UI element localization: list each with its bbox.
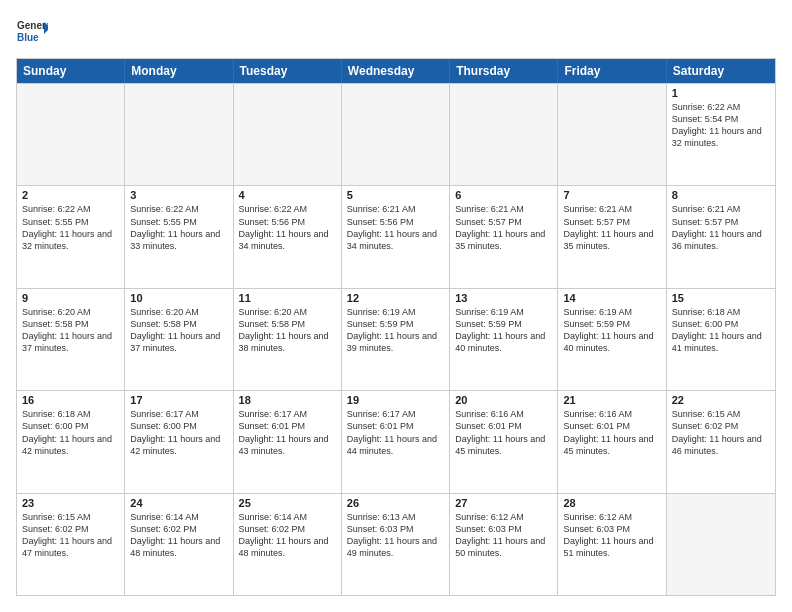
day-details: Sunrise: 6:14 AMSunset: 6:02 PMDaylight:…: [239, 511, 336, 560]
day-cell-21: 21Sunrise: 6:16 AMSunset: 6:01 PMDayligh…: [558, 391, 666, 492]
day-cell-12: 12Sunrise: 6:19 AMSunset: 5:59 PMDayligh…: [342, 289, 450, 390]
logo: General Blue: [16, 16, 48, 48]
day-cell-16: 16Sunrise: 6:18 AMSunset: 6:00 PMDayligh…: [17, 391, 125, 492]
day-number: 20: [455, 394, 552, 406]
day-number: 27: [455, 497, 552, 509]
day-cell-1: 1Sunrise: 6:22 AMSunset: 5:54 PMDaylight…: [667, 84, 775, 185]
calendar-body: 1Sunrise: 6:22 AMSunset: 5:54 PMDaylight…: [17, 83, 775, 595]
day-details: Sunrise: 6:15 AMSunset: 6:02 PMDaylight:…: [672, 408, 770, 457]
day-number: 25: [239, 497, 336, 509]
day-details: Sunrise: 6:21 AMSunset: 5:56 PMDaylight:…: [347, 203, 444, 252]
day-details: Sunrise: 6:12 AMSunset: 6:03 PMDaylight:…: [455, 511, 552, 560]
day-details: Sunrise: 6:19 AMSunset: 5:59 PMDaylight:…: [563, 306, 660, 355]
day-details: Sunrise: 6:22 AMSunset: 5:54 PMDaylight:…: [672, 101, 770, 150]
day-details: Sunrise: 6:18 AMSunset: 6:00 PMDaylight:…: [672, 306, 770, 355]
day-number: 7: [563, 189, 660, 201]
page: General Blue SundayMondayTuesdayWednesda…: [0, 0, 792, 612]
empty-cell: [17, 84, 125, 185]
empty-cell: [234, 84, 342, 185]
day-header-tuesday: Tuesday: [234, 59, 342, 83]
day-number: 17: [130, 394, 227, 406]
day-number: 10: [130, 292, 227, 304]
empty-cell: [450, 84, 558, 185]
week-row-3: 9Sunrise: 6:20 AMSunset: 5:58 PMDaylight…: [17, 288, 775, 390]
day-header-friday: Friday: [558, 59, 666, 83]
day-number: 22: [672, 394, 770, 406]
day-cell-8: 8Sunrise: 6:21 AMSunset: 5:57 PMDaylight…: [667, 186, 775, 287]
day-header-sunday: Sunday: [17, 59, 125, 83]
day-number: 5: [347, 189, 444, 201]
day-details: Sunrise: 6:21 AMSunset: 5:57 PMDaylight:…: [563, 203, 660, 252]
day-cell-7: 7Sunrise: 6:21 AMSunset: 5:57 PMDaylight…: [558, 186, 666, 287]
day-number: 1: [672, 87, 770, 99]
day-details: Sunrise: 6:20 AMSunset: 5:58 PMDaylight:…: [22, 306, 119, 355]
day-cell-14: 14Sunrise: 6:19 AMSunset: 5:59 PMDayligh…: [558, 289, 666, 390]
day-cell-9: 9Sunrise: 6:20 AMSunset: 5:58 PMDaylight…: [17, 289, 125, 390]
day-details: Sunrise: 6:21 AMSunset: 5:57 PMDaylight:…: [672, 203, 770, 252]
day-details: Sunrise: 6:17 AMSunset: 6:01 PMDaylight:…: [239, 408, 336, 457]
day-header-wednesday: Wednesday: [342, 59, 450, 83]
day-details: Sunrise: 6:22 AMSunset: 5:55 PMDaylight:…: [130, 203, 227, 252]
calendar-header: SundayMondayTuesdayWednesdayThursdayFrid…: [17, 59, 775, 83]
day-cell-15: 15Sunrise: 6:18 AMSunset: 6:00 PMDayligh…: [667, 289, 775, 390]
day-details: Sunrise: 6:21 AMSunset: 5:57 PMDaylight:…: [455, 203, 552, 252]
day-number: 12: [347, 292, 444, 304]
day-number: 4: [239, 189, 336, 201]
day-cell-18: 18Sunrise: 6:17 AMSunset: 6:01 PMDayligh…: [234, 391, 342, 492]
day-number: 3: [130, 189, 227, 201]
day-number: 28: [563, 497, 660, 509]
day-cell-2: 2Sunrise: 6:22 AMSunset: 5:55 PMDaylight…: [17, 186, 125, 287]
day-cell-17: 17Sunrise: 6:17 AMSunset: 6:00 PMDayligh…: [125, 391, 233, 492]
week-row-2: 2Sunrise: 6:22 AMSunset: 5:55 PMDaylight…: [17, 185, 775, 287]
day-details: Sunrise: 6:18 AMSunset: 6:00 PMDaylight:…: [22, 408, 119, 457]
day-number: 24: [130, 497, 227, 509]
day-details: Sunrise: 6:19 AMSunset: 5:59 PMDaylight:…: [347, 306, 444, 355]
day-cell-22: 22Sunrise: 6:15 AMSunset: 6:02 PMDayligh…: [667, 391, 775, 492]
day-details: Sunrise: 6:17 AMSunset: 6:01 PMDaylight:…: [347, 408, 444, 457]
day-cell-4: 4Sunrise: 6:22 AMSunset: 5:56 PMDaylight…: [234, 186, 342, 287]
day-cell-27: 27Sunrise: 6:12 AMSunset: 6:03 PMDayligh…: [450, 494, 558, 595]
day-details: Sunrise: 6:12 AMSunset: 6:03 PMDaylight:…: [563, 511, 660, 560]
day-details: Sunrise: 6:22 AMSunset: 5:56 PMDaylight:…: [239, 203, 336, 252]
day-number: 16: [22, 394, 119, 406]
day-header-thursday: Thursday: [450, 59, 558, 83]
header: General Blue: [16, 16, 776, 48]
day-cell-13: 13Sunrise: 6:19 AMSunset: 5:59 PMDayligh…: [450, 289, 558, 390]
day-details: Sunrise: 6:20 AMSunset: 5:58 PMDaylight:…: [239, 306, 336, 355]
day-details: Sunrise: 6:20 AMSunset: 5:58 PMDaylight:…: [130, 306, 227, 355]
svg-text:General: General: [17, 20, 48, 31]
day-cell-10: 10Sunrise: 6:20 AMSunset: 5:58 PMDayligh…: [125, 289, 233, 390]
day-number: 15: [672, 292, 770, 304]
empty-cell: [342, 84, 450, 185]
day-number: 23: [22, 497, 119, 509]
day-details: Sunrise: 6:15 AMSunset: 6:02 PMDaylight:…: [22, 511, 119, 560]
day-details: Sunrise: 6:13 AMSunset: 6:03 PMDaylight:…: [347, 511, 444, 560]
day-number: 2: [22, 189, 119, 201]
day-cell-26: 26Sunrise: 6:13 AMSunset: 6:03 PMDayligh…: [342, 494, 450, 595]
day-cell-19: 19Sunrise: 6:17 AMSunset: 6:01 PMDayligh…: [342, 391, 450, 492]
day-cell-3: 3Sunrise: 6:22 AMSunset: 5:55 PMDaylight…: [125, 186, 233, 287]
week-row-4: 16Sunrise: 6:18 AMSunset: 6:00 PMDayligh…: [17, 390, 775, 492]
day-number: 21: [563, 394, 660, 406]
day-details: Sunrise: 6:22 AMSunset: 5:55 PMDaylight:…: [22, 203, 119, 252]
day-cell-5: 5Sunrise: 6:21 AMSunset: 5:56 PMDaylight…: [342, 186, 450, 287]
day-number: 26: [347, 497, 444, 509]
day-cell-24: 24Sunrise: 6:14 AMSunset: 6:02 PMDayligh…: [125, 494, 233, 595]
day-header-saturday: Saturday: [667, 59, 775, 83]
empty-cell: [667, 494, 775, 595]
day-cell-28: 28Sunrise: 6:12 AMSunset: 6:03 PMDayligh…: [558, 494, 666, 595]
day-cell-11: 11Sunrise: 6:20 AMSunset: 5:58 PMDayligh…: [234, 289, 342, 390]
day-details: Sunrise: 6:14 AMSunset: 6:02 PMDaylight:…: [130, 511, 227, 560]
day-number: 18: [239, 394, 336, 406]
day-cell-20: 20Sunrise: 6:16 AMSunset: 6:01 PMDayligh…: [450, 391, 558, 492]
empty-cell: [558, 84, 666, 185]
week-row-1: 1Sunrise: 6:22 AMSunset: 5:54 PMDaylight…: [17, 83, 775, 185]
day-details: Sunrise: 6:17 AMSunset: 6:00 PMDaylight:…: [130, 408, 227, 457]
day-cell-25: 25Sunrise: 6:14 AMSunset: 6:02 PMDayligh…: [234, 494, 342, 595]
day-cell-6: 6Sunrise: 6:21 AMSunset: 5:57 PMDaylight…: [450, 186, 558, 287]
week-row-5: 23Sunrise: 6:15 AMSunset: 6:02 PMDayligh…: [17, 493, 775, 595]
empty-cell: [125, 84, 233, 185]
day-details: Sunrise: 6:19 AMSunset: 5:59 PMDaylight:…: [455, 306, 552, 355]
day-details: Sunrise: 6:16 AMSunset: 6:01 PMDaylight:…: [563, 408, 660, 457]
day-number: 6: [455, 189, 552, 201]
